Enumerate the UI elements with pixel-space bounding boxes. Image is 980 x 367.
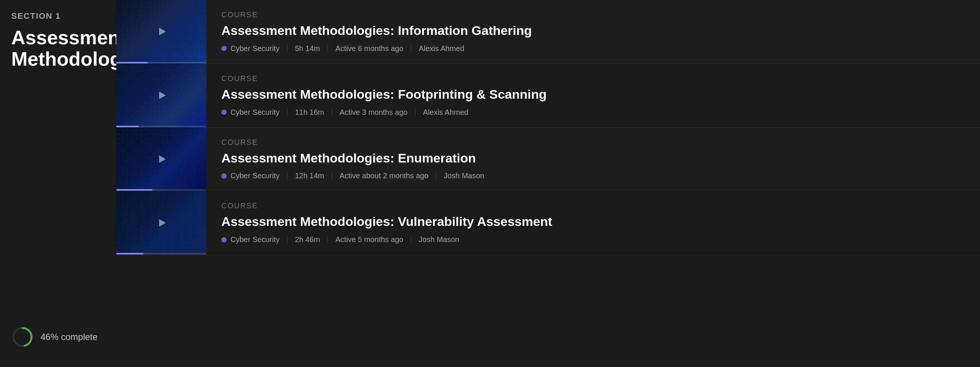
meta-duration: 2h 46m bbox=[295, 235, 320, 244]
progress-bar-fill bbox=[116, 126, 139, 127]
progress-bar-fill bbox=[116, 253, 143, 254]
course-info: COURSE Assessment Methodologies: Informa… bbox=[206, 0, 980, 64]
category-dot bbox=[221, 237, 227, 242]
duration-label: 12h 14m bbox=[295, 172, 324, 180]
meta-active: Active 5 months ago bbox=[336, 235, 403, 244]
duration-label: 11h 16m bbox=[295, 108, 324, 117]
meta-duration: 5h 14m bbox=[295, 44, 320, 53]
course-info: COURSE Assessment Methodologies: Vulnera… bbox=[206, 191, 980, 254]
sidebar-top: SECTION 1 Assessment Methodologies bbox=[11, 11, 105, 70]
course-title[interactable]: Assessment Methodologies: Footprinting &… bbox=[221, 87, 965, 102]
course-card[interactable]: COURSE Assessment Methodologies: Footpri… bbox=[116, 64, 980, 127]
category-dot bbox=[221, 173, 227, 179]
active-label: Active about 2 months ago bbox=[340, 172, 428, 180]
meta-duration: 12h 14m bbox=[295, 172, 324, 180]
meta-active: Active about 2 months ago bbox=[340, 172, 428, 180]
play-icon bbox=[152, 86, 171, 105]
category-label: Cyber Security bbox=[231, 44, 280, 53]
meta-duration: 11h 16m bbox=[295, 108, 324, 117]
category-label: Cyber Security bbox=[231, 235, 280, 244]
meta-separator-2 bbox=[328, 236, 328, 244]
meta-category: Cyber Security bbox=[221, 235, 280, 244]
course-meta: Cyber Security 2h 46m Active 5 months ag… bbox=[221, 235, 965, 244]
course-title[interactable]: Assessment Methodologies: Vulnerability … bbox=[221, 214, 965, 229]
progress-circle-icon bbox=[11, 326, 34, 348]
meta-separator-1 bbox=[287, 236, 287, 244]
meta-separator-3 bbox=[415, 108, 415, 116]
play-icon bbox=[152, 213, 171, 232]
course-type: COURSE bbox=[221, 202, 965, 210]
main-content: COURSE Assessment Methodologies: Informa… bbox=[116, 0, 980, 367]
meta-instructor: Alexis Ahmed bbox=[419, 44, 464, 53]
meta-separator-2 bbox=[332, 172, 332, 180]
meta-separator-2 bbox=[328, 44, 328, 52]
svg-marker-5 bbox=[159, 219, 166, 227]
progress-bar-fill bbox=[116, 62, 148, 64]
category-label: Cyber Security bbox=[231, 108, 280, 117]
svg-marker-2 bbox=[159, 28, 166, 35]
course-meta: Cyber Security 5h 14m Active 6 months ag… bbox=[221, 44, 965, 53]
instructor-label: Alexis Ahmed bbox=[419, 44, 464, 53]
category-dot bbox=[221, 46, 227, 51]
meta-separator-3 bbox=[411, 44, 411, 52]
instructor-label: Josh Mason bbox=[444, 172, 484, 180]
instructor-label: Josh Mason bbox=[419, 235, 459, 244]
course-card[interactable]: COURSE Assessment Methodologies: Enumera… bbox=[116, 127, 980, 191]
duration-label: 2h 46m bbox=[295, 235, 320, 244]
meta-instructor: Josh Mason bbox=[444, 172, 484, 180]
progress-bar-container bbox=[116, 126, 206, 127]
sidebar-bottom: 46% complete bbox=[11, 326, 105, 356]
progress-bar-container bbox=[116, 189, 206, 191]
course-type: COURSE bbox=[221, 138, 965, 147]
progress-bar-fill bbox=[116, 189, 152, 191]
meta-category: Cyber Security bbox=[221, 44, 280, 53]
svg-marker-4 bbox=[159, 155, 166, 163]
meta-active: Active 6 months ago bbox=[336, 44, 403, 53]
meta-separator-1 bbox=[287, 172, 287, 180]
active-label: Active 5 months ago bbox=[336, 235, 403, 244]
course-type: COURSE bbox=[221, 74, 965, 83]
duration-label: 5h 14m bbox=[295, 44, 320, 53]
active-label: Active 6 months ago bbox=[336, 44, 403, 53]
course-thumbnail bbox=[116, 191, 206, 254]
course-thumbnail bbox=[116, 127, 206, 191]
meta-separator-3 bbox=[411, 236, 411, 244]
category-dot bbox=[221, 110, 227, 115]
meta-separator-3 bbox=[436, 172, 436, 180]
active-label: Active 3 months ago bbox=[340, 108, 407, 117]
instructor-label: Alexis Ahmed bbox=[423, 108, 468, 117]
course-thumbnail bbox=[116, 64, 206, 127]
progress-bar-container bbox=[116, 253, 206, 254]
meta-separator-1 bbox=[287, 44, 287, 52]
course-thumbnail bbox=[116, 0, 206, 64]
meta-active: Active 3 months ago bbox=[340, 108, 407, 117]
meta-separator-2 bbox=[332, 108, 332, 116]
meta-category: Cyber Security bbox=[221, 172, 280, 180]
course-card[interactable]: COURSE Assessment Methodologies: Informa… bbox=[116, 0, 980, 64]
section-label: SECTION 1 bbox=[11, 11, 105, 21]
course-title[interactable]: Assessment Methodologies: Enumeration bbox=[221, 151, 965, 166]
section-title: Assessment Methodologies bbox=[11, 27, 105, 70]
course-info: COURSE Assessment Methodologies: Enumera… bbox=[206, 127, 980, 191]
meta-instructor: Alexis Ahmed bbox=[423, 108, 468, 117]
course-meta: Cyber Security 12h 14m Active about 2 mo… bbox=[221, 172, 965, 180]
play-icon bbox=[152, 22, 171, 41]
progress-bar-container bbox=[116, 62, 206, 64]
course-card[interactable]: COURSE Assessment Methodologies: Vulnera… bbox=[116, 191, 980, 255]
course-meta: Cyber Security 11h 16m Active 3 months a… bbox=[221, 108, 965, 117]
svg-marker-3 bbox=[159, 92, 166, 99]
meta-instructor: Josh Mason bbox=[419, 235, 459, 244]
category-label: Cyber Security bbox=[231, 172, 280, 180]
play-icon bbox=[152, 150, 171, 168]
course-type: COURSE bbox=[221, 11, 965, 19]
sidebar: SECTION 1 Assessment Methodologies 46% c… bbox=[0, 0, 116, 367]
course-title[interactable]: Assessment Methodologies: Information Ga… bbox=[221, 23, 965, 38]
progress-label: 46% complete bbox=[41, 332, 97, 342]
meta-category: Cyber Security bbox=[221, 108, 280, 117]
course-info: COURSE Assessment Methodologies: Footpri… bbox=[206, 64, 980, 127]
meta-separator-1 bbox=[287, 108, 287, 116]
